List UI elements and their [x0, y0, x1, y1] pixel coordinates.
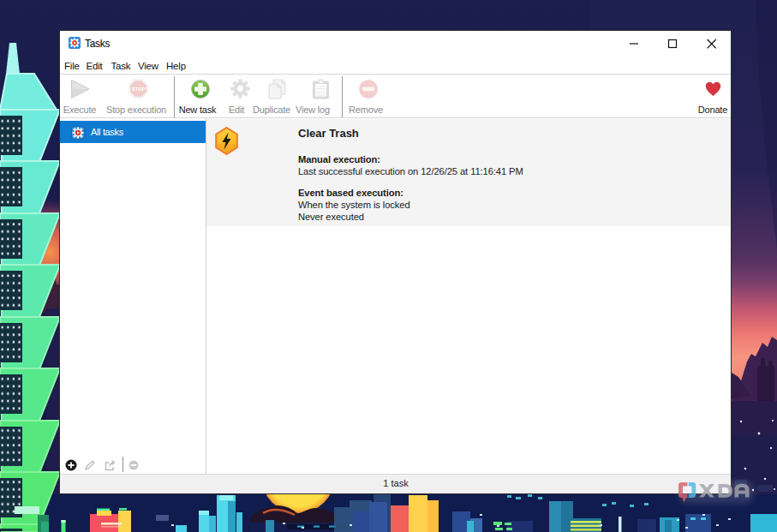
svg-text:STOP: STOP — [131, 86, 145, 91]
